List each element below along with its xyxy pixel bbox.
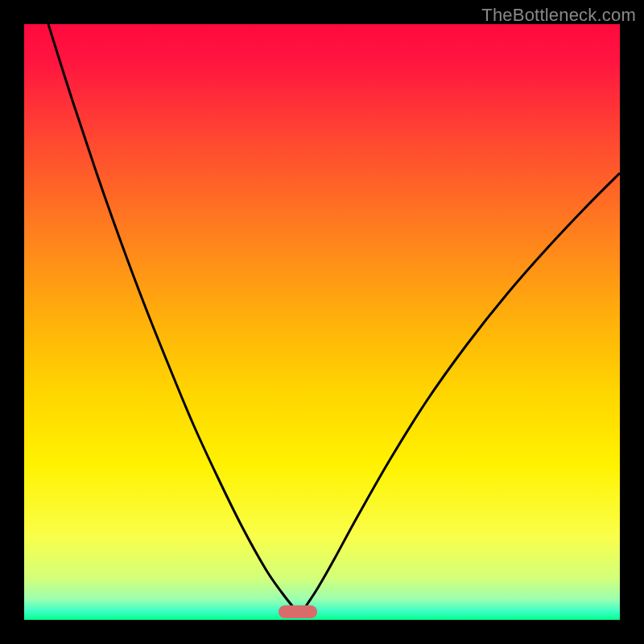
outer-frame: TheBottleneck.com xyxy=(0,0,644,644)
plot-svg xyxy=(24,24,620,620)
watermark-text: TheBottleneck.com xyxy=(481,5,636,26)
bottom-marker xyxy=(279,605,317,618)
gradient-background xyxy=(24,24,620,620)
plot-area xyxy=(24,24,620,620)
